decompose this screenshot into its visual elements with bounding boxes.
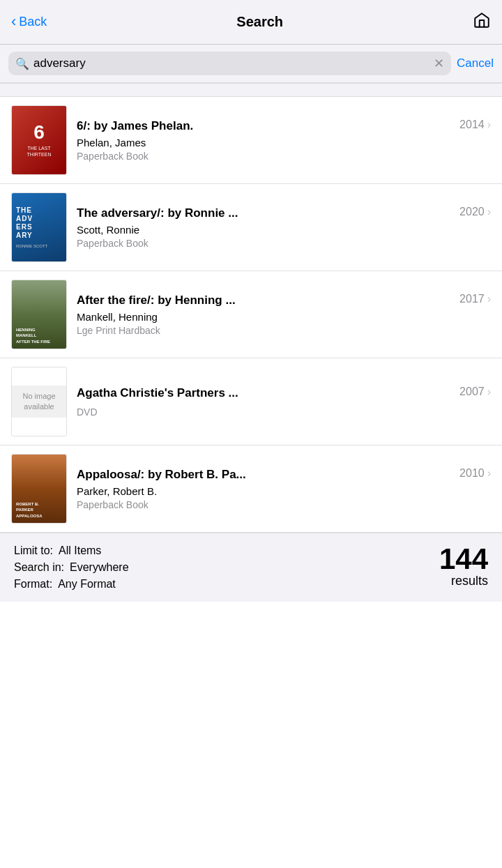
back-button[interactable]: ‹ Back	[11, 15, 47, 29]
home-button[interactable]	[473, 11, 491, 33]
no-image-placeholder: No image available	[12, 386, 66, 418]
chevron-right-icon: ›	[487, 206, 491, 218]
search-input[interactable]	[33, 56, 429, 70]
search-icon: 🔍	[15, 57, 29, 70]
result-title: After the fire/: by Henning ...	[77, 293, 454, 308]
result-format: DVD	[77, 406, 491, 418]
book-cover: No image available	[11, 367, 67, 436]
section-divider	[0, 83, 502, 97]
result-info: 6/: by James Phelan. 2014 › Phelan, Jame…	[77, 105, 491, 175]
result-author: Phelan, James	[77, 137, 491, 149]
result-title: Appaloosa/: by Robert B. Pa...	[77, 467, 454, 482]
result-info: The adversary/: by Ronnie ... 2020 › Sco…	[77, 192, 491, 262]
result-author: Scott, Ronnie	[77, 224, 491, 236]
result-year: 2007	[459, 386, 485, 398]
result-title: Agatha Christie's Partners ...	[77, 386, 454, 401]
table-row[interactable]: HENNINGMANKELLAFTER THE FIRE After the f…	[0, 271, 502, 358]
chevron-right-icon: ›	[487, 467, 491, 480]
chevron-right-icon: ›	[487, 119, 491, 131]
format-filter-row: Format: Any Format	[14, 578, 129, 591]
result-format: Paperback Book	[77, 499, 491, 510]
footer-results: 144 results	[439, 545, 488, 588]
year-chevron: 2007 ›	[459, 386, 491, 398]
year-chevron: 2014 ›	[459, 119, 491, 131]
table-row[interactable]: THEADVERSARY RONNIE SCOTT The adversary/…	[0, 184, 502, 271]
search-bar: 🔍 ✕ Cancel	[0, 45, 502, 83]
page-title: Search	[236, 14, 283, 30]
results-label: results	[451, 574, 488, 588]
chevron-right-icon: ›	[487, 386, 491, 398]
book-cover: HENNINGMANKELLAFTER THE FIRE	[11, 280, 67, 349]
result-year: 2010	[459, 467, 485, 480]
footer-filters: Limit to: All Items Search in: Everywher…	[14, 545, 129, 591]
result-title: The adversary/: by Ronnie ...	[77, 206, 454, 221]
book-cover: 6 THE LASTTHIRTEEN	[11, 105, 67, 175]
result-year: 2020	[459, 206, 485, 218]
book-cover: THEADVERSARY RONNIE SCOTT	[11, 192, 67, 262]
year-chevron: 2020 ›	[459, 206, 491, 218]
search-input-wrapper: 🔍 ✕	[8, 52, 451, 75]
back-label: Back	[19, 15, 47, 29]
result-author: Mankell, Henning	[77, 311, 491, 323]
format-label: Format:	[14, 578, 52, 591]
results-count: 144	[439, 545, 488, 574]
clear-search-button[interactable]: ✕	[434, 56, 444, 71]
footer: Limit to: All Items Search in: Everywher…	[0, 533, 502, 602]
result-info: Agatha Christie's Partners ... 2007 › DV…	[77, 367, 491, 436]
result-format: Lge Print Hardback	[77, 325, 491, 336]
search-in-filter-row: Search in: Everywhere	[14, 561, 129, 574]
search-in-label: Search in:	[14, 561, 64, 574]
limit-label: Limit to:	[14, 545, 53, 557]
header: ‹ Back Search	[0, 0, 502, 45]
result-author: Parker, Robert B.	[77, 485, 491, 497]
limit-value: All Items	[59, 545, 101, 557]
search-in-value: Everywhere	[70, 561, 128, 574]
result-year: 2014	[459, 119, 485, 131]
chevron-right-icon: ›	[487, 293, 491, 305]
cancel-button[interactable]: Cancel	[457, 56, 494, 70]
format-value: Any Format	[58, 578, 116, 591]
book-cover: ROBERT B.PARKERAPPALOOSA	[11, 454, 67, 524]
result-title: 6/: by James Phelan.	[77, 119, 454, 134]
results-list: 6 THE LASTTHIRTEEN 6/: by James Phelan. …	[0, 97, 502, 533]
year-chevron: 2017 ›	[459, 293, 491, 305]
result-info: After the fire/: by Henning ... 2017 › M…	[77, 280, 491, 349]
limit-filter-row: Limit to: All Items	[14, 545, 129, 557]
result-format: Paperback Book	[77, 151, 491, 162]
table-row[interactable]: ROBERT B.PARKERAPPALOOSA Appaloosa/: by …	[0, 446, 502, 533]
table-row[interactable]: 6 THE LASTTHIRTEEN 6/: by James Phelan. …	[0, 97, 502, 184]
result-format: Paperback Book	[77, 238, 491, 249]
result-info: Appaloosa/: by Robert B. Pa... 2010 › Pa…	[77, 454, 491, 524]
year-chevron: 2010 ›	[459, 467, 491, 480]
table-row[interactable]: No image available Agatha Christie's Par…	[0, 358, 502, 446]
chevron-left-icon: ‹	[11, 14, 16, 29]
result-year: 2017	[459, 293, 485, 305]
